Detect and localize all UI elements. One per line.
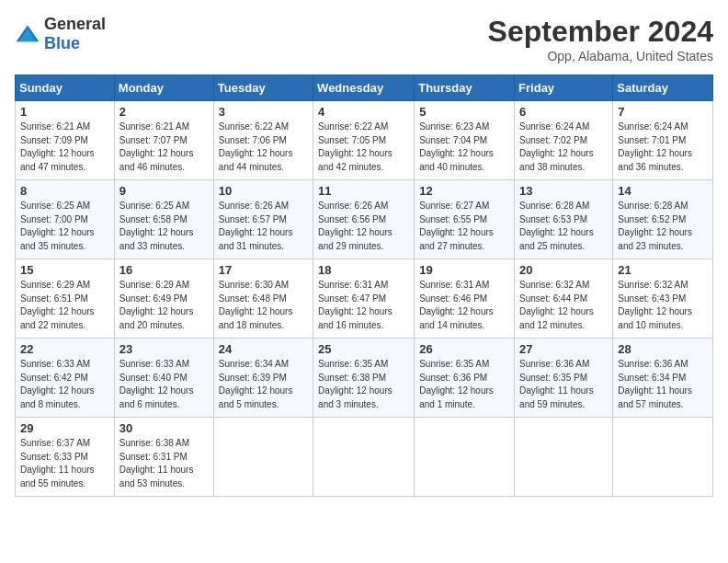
day-number: 18 [318, 263, 409, 277]
calendar-cell: 2Sunrise: 6:21 AM Sunset: 7:07 PM Daylig… [114, 101, 213, 180]
calendar-week-5: 29Sunrise: 6:37 AM Sunset: 6:33 PM Dayli… [16, 418, 713, 497]
day-info: Sunrise: 6:29 AM Sunset: 6:51 PM Dayligh… [20, 279, 109, 332]
calendar-cell: 23Sunrise: 6:33 AM Sunset: 6:40 PM Dayli… [114, 339, 213, 418]
calendar-cell: 24Sunrise: 6:34 AM Sunset: 6:39 PM Dayli… [213, 339, 313, 418]
calendar-cell: 17Sunrise: 6:30 AM Sunset: 6:48 PM Dayli… [213, 259, 313, 339]
day-info: Sunrise: 6:25 AM Sunset: 7:00 PM Dayligh… [20, 200, 109, 253]
day-number: 2 [119, 105, 209, 119]
day-info: Sunrise: 6:26 AM Sunset: 6:56 PM Dayligh… [318, 200, 409, 253]
day-number: 7 [618, 105, 708, 119]
calendar-cell: 21Sunrise: 6:32 AM Sunset: 6:43 PM Dayli… [613, 259, 713, 339]
day-info: Sunrise: 6:33 AM Sunset: 6:40 PM Dayligh… [119, 358, 209, 411]
day-number: 9 [119, 184, 209, 198]
day-number: 19 [419, 263, 509, 277]
calendar-cell [213, 418, 313, 497]
day-number: 27 [519, 342, 608, 356]
day-info: Sunrise: 6:21 AM Sunset: 7:09 PM Dayligh… [20, 121, 109, 174]
calendar-cell [515, 418, 613, 497]
calendar-body: 1Sunrise: 6:21 AM Sunset: 7:09 PM Daylig… [16, 101, 713, 497]
day-number: 3 [219, 105, 308, 119]
day-number: 23 [119, 342, 209, 356]
day-info: Sunrise: 6:22 AM Sunset: 7:06 PM Dayligh… [219, 121, 308, 174]
calendar-cell: 15Sunrise: 6:29 AM Sunset: 6:51 PM Dayli… [16, 259, 115, 339]
day-number: 17 [219, 263, 308, 277]
calendar-cell: 20Sunrise: 6:32 AM Sunset: 6:44 PM Dayli… [515, 259, 613, 339]
col-header-wednesday: Wednesday [313, 75, 415, 101]
calendar-cell: 22Sunrise: 6:33 AM Sunset: 6:42 PM Dayli… [16, 339, 115, 418]
day-info: Sunrise: 6:37 AM Sunset: 6:33 PM Dayligh… [20, 437, 109, 490]
col-header-saturday: Saturday [613, 75, 713, 101]
day-number: 14 [618, 184, 708, 198]
col-header-monday: Monday [114, 75, 213, 101]
calendar-cell [415, 418, 515, 497]
calendar-table: SundayMondayTuesdayWednesdayThursdayFrid… [15, 75, 713, 497]
calendar-cell: 30Sunrise: 6:38 AM Sunset: 6:31 PM Dayli… [114, 418, 213, 497]
calendar-cell: 19Sunrise: 6:31 AM Sunset: 6:46 PM Dayli… [415, 259, 515, 339]
calendar-cell: 11Sunrise: 6:26 AM Sunset: 6:56 PM Dayli… [313, 180, 415, 259]
page-header: General Blue September 2024 Opp, Alabama… [15, 15, 713, 63]
day-number: 15 [20, 263, 109, 277]
day-number: 6 [519, 105, 608, 119]
day-number: 12 [419, 184, 509, 198]
day-number: 28 [618, 342, 708, 356]
day-info: Sunrise: 6:29 AM Sunset: 6:49 PM Dayligh… [119, 279, 209, 332]
calendar-cell: 27Sunrise: 6:36 AM Sunset: 6:35 PM Dayli… [515, 339, 613, 418]
day-info: Sunrise: 6:21 AM Sunset: 7:07 PM Dayligh… [119, 121, 209, 174]
calendar-cell: 10Sunrise: 6:26 AM Sunset: 6:57 PM Dayli… [213, 180, 313, 259]
day-info: Sunrise: 6:22 AM Sunset: 7:05 PM Dayligh… [318, 121, 409, 174]
day-number: 10 [219, 184, 308, 198]
calendar-cell [613, 418, 713, 497]
day-number: 30 [119, 421, 209, 435]
day-number: 22 [20, 342, 109, 356]
day-info: Sunrise: 6:24 AM Sunset: 7:01 PM Dayligh… [618, 121, 708, 174]
calendar-cell: 16Sunrise: 6:29 AM Sunset: 6:49 PM Dayli… [114, 259, 213, 339]
logo-general: General [44, 15, 106, 33]
day-number: 25 [318, 342, 409, 356]
logo-icon [15, 24, 40, 44]
calendar-cell: 29Sunrise: 6:37 AM Sunset: 6:33 PM Dayli… [16, 418, 115, 497]
day-info: Sunrise: 6:35 AM Sunset: 6:36 PM Dayligh… [419, 358, 509, 411]
day-number: 13 [519, 184, 608, 198]
day-info: Sunrise: 6:23 AM Sunset: 7:04 PM Dayligh… [419, 121, 509, 174]
day-info: Sunrise: 6:32 AM Sunset: 6:43 PM Dayligh… [618, 279, 708, 332]
day-info: Sunrise: 6:28 AM Sunset: 6:52 PM Dayligh… [618, 200, 708, 253]
day-number: 11 [318, 184, 409, 198]
calendar-cell: 3Sunrise: 6:22 AM Sunset: 7:06 PM Daylig… [213, 101, 313, 180]
calendar-header-row: SundayMondayTuesdayWednesdayThursdayFrid… [16, 75, 713, 101]
calendar-cell: 13Sunrise: 6:28 AM Sunset: 6:53 PM Dayli… [515, 180, 613, 259]
calendar-cell: 1Sunrise: 6:21 AM Sunset: 7:09 PM Daylig… [16, 101, 115, 180]
day-info: Sunrise: 6:26 AM Sunset: 6:57 PM Dayligh… [219, 200, 308, 253]
day-number: 24 [219, 342, 308, 356]
calendar-cell: 25Sunrise: 6:35 AM Sunset: 6:38 PM Dayli… [313, 339, 415, 418]
day-number: 5 [419, 105, 509, 119]
calendar-cell: 14Sunrise: 6:28 AM Sunset: 6:52 PM Dayli… [613, 180, 713, 259]
day-info: Sunrise: 6:28 AM Sunset: 6:53 PM Dayligh… [519, 200, 608, 253]
day-info: Sunrise: 6:25 AM Sunset: 6:58 PM Dayligh… [119, 200, 209, 253]
logo: General Blue [15, 15, 106, 53]
day-info: Sunrise: 6:31 AM Sunset: 6:46 PM Dayligh… [419, 279, 509, 332]
calendar-week-1: 1Sunrise: 6:21 AM Sunset: 7:09 PM Daylig… [16, 101, 713, 180]
logo-blue: Blue [44, 34, 80, 52]
day-info: Sunrise: 6:24 AM Sunset: 7:02 PM Dayligh… [519, 121, 608, 174]
col-header-thursday: Thursday [415, 75, 515, 101]
day-number: 8 [20, 184, 109, 198]
calendar-week-3: 15Sunrise: 6:29 AM Sunset: 6:51 PM Dayli… [16, 259, 713, 339]
day-info: Sunrise: 6:36 AM Sunset: 6:35 PM Dayligh… [519, 358, 608, 411]
calendar-cell: 26Sunrise: 6:35 AM Sunset: 6:36 PM Dayli… [415, 339, 515, 418]
calendar-cell: 9Sunrise: 6:25 AM Sunset: 6:58 PM Daylig… [114, 180, 213, 259]
day-number: 26 [419, 342, 509, 356]
day-number: 16 [119, 263, 209, 277]
calendar-cell: 4Sunrise: 6:22 AM Sunset: 7:05 PM Daylig… [313, 101, 415, 180]
calendar-cell [313, 418, 415, 497]
calendar-cell: 18Sunrise: 6:31 AM Sunset: 6:47 PM Dayli… [313, 259, 415, 339]
day-number: 29 [20, 421, 109, 435]
calendar-cell: 5Sunrise: 6:23 AM Sunset: 7:04 PM Daylig… [415, 101, 515, 180]
day-info: Sunrise: 6:27 AM Sunset: 6:55 PM Dayligh… [419, 200, 509, 253]
day-info: Sunrise: 6:33 AM Sunset: 6:42 PM Dayligh… [20, 358, 109, 411]
month-title: September 2024 [488, 15, 713, 49]
day-info: Sunrise: 6:36 AM Sunset: 6:34 PM Dayligh… [618, 358, 708, 411]
day-info: Sunrise: 6:34 AM Sunset: 6:39 PM Dayligh… [219, 358, 308, 411]
col-header-friday: Friday [515, 75, 613, 101]
col-header-sunday: Sunday [16, 75, 115, 101]
day-info: Sunrise: 6:31 AM Sunset: 6:47 PM Dayligh… [318, 279, 409, 332]
